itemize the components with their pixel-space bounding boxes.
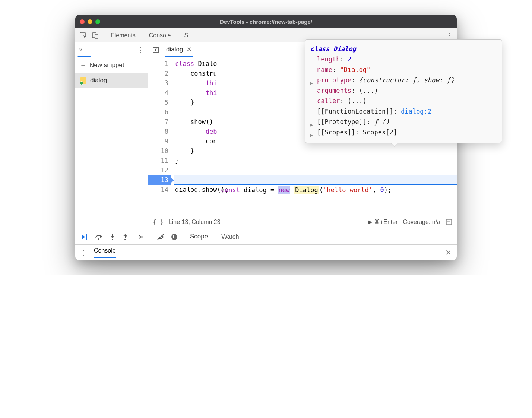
expand-scopes-icon[interactable]: ▶ [310,130,313,140]
svg-point-8 [124,239,126,240]
keyword-new: new [278,186,290,194]
tab-scope[interactable]: Scope [183,229,215,244]
svg-point-11 [171,234,177,240]
close-drawer-icon[interactable]: ✕ [445,248,452,257]
coverage-toggle-icon[interactable] [446,219,452,225]
coverage-label: Coverage: n/a [403,219,440,225]
window-controls [80,19,100,24]
line-gutter: 1234 5678 9101112 13 14 [148,57,174,215]
maximize-window-button[interactable] [95,19,100,24]
svg-rect-12 [173,235,174,238]
current-line-number: 13 [148,175,171,185]
close-window-button[interactable] [80,19,85,24]
identifier-dialog-class[interactable]: Dialog [294,186,319,194]
svg-point-7 [112,239,113,240]
run-snippet-button[interactable]: ▶ ⌘+Enter [368,218,398,225]
new-snippet-label: New snippet [89,61,124,69]
tab-elements[interactable]: Elements [104,28,142,42]
device-toolbar-icon[interactable] [92,32,99,39]
debugger-toolbar: Scope Watch [75,229,457,244]
navigate-back-icon[interactable] [152,46,159,54]
sources-panel: » ⋮ ＋ New snippet dialog dialog ✕ [75,42,457,229]
titlebar: DevTools - chrome://new-tab-page/ [75,15,457,28]
svg-point-6 [98,238,99,240]
drawer-console-tab[interactable]: Console [94,247,116,258]
new-snippet-button[interactable]: ＋ New snippet [75,57,148,73]
minimize-window-button[interactable] [88,19,92,24]
resume-icon[interactable] [80,233,88,241]
step-over-icon[interactable] [95,234,103,240]
deactivate-breakpoints-icon[interactable] [157,234,164,240]
execution-line: const dialog = new Dialog('hello world',… [174,175,457,185]
execution-pointer-icon [169,177,174,184]
editor-statusbar: { } Line 13, Column 23 ▶ ⌘+Enter Coverag… [148,215,457,229]
editor-tab-dialog[interactable]: dialog ✕ [165,42,193,57]
editor-area: dialog ✕ 1234 5678 9101112 13 14 class D… [148,42,457,229]
navigator-sidebar: » ⋮ ＋ New snippet dialog [75,42,148,229]
step-out-icon[interactable] [122,233,128,241]
step-into-icon[interactable] [110,233,115,241]
function-location-link[interactable]: dialog:2 [401,108,431,115]
snippet-item-label: dialog [90,77,107,84]
object-preview-popover: class Dialog length: 2 name: "Dialog" ▶p… [305,39,502,143]
tab-console[interactable]: Console [142,28,178,42]
navigator-expand-icon[interactable]: » [79,46,83,54]
console-drawer: ⋮ Console ✕ [75,244,457,260]
step-icon[interactable] [135,234,143,240]
tab-sources[interactable]: S [177,28,195,42]
window-title: DevTools - chrome://new-tab-page/ [75,19,457,25]
drawer-more-icon[interactable]: ⋮ [80,248,87,257]
svg-rect-5 [86,234,87,240]
snippet-item-dialog[interactable]: dialog [75,73,148,88]
snippet-file-icon [80,77,86,84]
devtools-window: DevTools - chrome://new-tab-page/ Elemen… [75,15,457,260]
pause-on-exceptions-icon[interactable] [171,234,178,240]
editor-tab-label: dialog [166,46,183,53]
svg-point-9 [141,236,143,238]
cursor-position: Line 13, Column 23 [169,219,221,225]
navigator-more-icon[interactable]: ⋮ [137,46,144,54]
tab-watch[interactable]: Watch [215,229,246,244]
popover-header: class Dialog [310,44,497,54]
svg-rect-2 [95,34,98,38]
svg-rect-3 [153,47,158,53]
inspect-element-icon[interactable] [80,32,87,39]
more-options-icon[interactable]: ⋮ [446,31,453,39]
svg-rect-13 [175,235,175,238]
close-tab-icon[interactable]: ✕ [187,46,191,53]
plus-icon: ＋ [80,61,86,70]
pretty-print-icon[interactable]: { } [153,218,164,225]
